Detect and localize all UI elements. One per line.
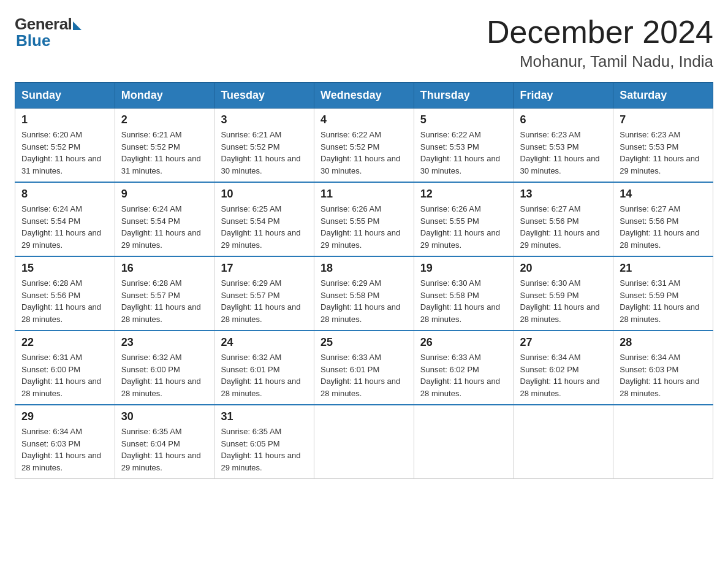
day-number: 6 <box>520 113 607 126</box>
weekday-header-tuesday: Tuesday <box>214 83 314 109</box>
day-info: Sunrise: 6:34 AMSunset: 6:02 PMDaylight:… <box>520 351 607 399</box>
week-row-5: 29Sunrise: 6:34 AMSunset: 6:03 PMDayligh… <box>15 405 713 479</box>
calendar-cell <box>414 405 514 479</box>
day-number: 13 <box>520 188 607 201</box>
weekday-header-friday: Friday <box>514 83 613 109</box>
day-info: Sunrise: 6:22 AMSunset: 5:53 PMDaylight:… <box>420 129 507 177</box>
day-number: 3 <box>221 113 308 126</box>
calendar-cell: 23Sunrise: 6:32 AMSunset: 6:00 PMDayligh… <box>115 331 214 405</box>
calendar-cell <box>514 405 613 479</box>
day-number: 18 <box>320 262 408 275</box>
day-number: 22 <box>21 336 108 349</box>
calendar-cell: 28Sunrise: 6:34 AMSunset: 6:03 PMDayligh… <box>613 331 713 405</box>
day-info: Sunrise: 6:33 AMSunset: 6:01 PMDaylight:… <box>320 351 408 399</box>
calendar-cell: 8Sunrise: 6:24 AMSunset: 5:54 PMDaylight… <box>15 182 115 256</box>
day-number: 11 <box>320 188 408 201</box>
calendar-cell: 14Sunrise: 6:27 AMSunset: 5:56 PMDayligh… <box>613 182 713 256</box>
weekday-header-saturday: Saturday <box>613 83 713 109</box>
day-info: Sunrise: 6:29 AMSunset: 5:58 PMDaylight:… <box>320 277 408 325</box>
calendar-cell: 3Sunrise: 6:21 AMSunset: 5:52 PMDaylight… <box>214 109 314 183</box>
day-number: 27 <box>520 336 607 349</box>
day-number: 26 <box>420 336 507 349</box>
calendar-cell: 31Sunrise: 6:35 AMSunset: 6:05 PMDayligh… <box>214 405 314 479</box>
calendar-cell: 29Sunrise: 6:34 AMSunset: 6:03 PMDayligh… <box>15 405 115 479</box>
day-info: Sunrise: 6:20 AMSunset: 5:52 PMDaylight:… <box>21 129 108 177</box>
calendar-cell <box>314 405 414 479</box>
day-info: Sunrise: 6:29 AMSunset: 5:57 PMDaylight:… <box>221 277 308 325</box>
day-number: 5 <box>420 113 507 126</box>
day-info: Sunrise: 6:31 AMSunset: 5:59 PMDaylight:… <box>620 277 707 325</box>
day-info: Sunrise: 6:26 AMSunset: 5:55 PMDaylight:… <box>320 203 408 251</box>
day-number: 29 <box>21 410 108 423</box>
calendar-cell: 21Sunrise: 6:31 AMSunset: 5:59 PMDayligh… <box>613 256 713 331</box>
calendar-cell: 22Sunrise: 6:31 AMSunset: 6:00 PMDayligh… <box>15 331 115 405</box>
weekday-header-row: SundayMondayTuesdayWednesdayThursdayFrid… <box>15 83 713 109</box>
day-number: 4 <box>320 113 408 126</box>
weekday-header-monday: Monday <box>115 83 214 109</box>
location-title: Mohanur, Tamil Nadu, India <box>487 52 713 71</box>
day-number: 19 <box>420 262 507 275</box>
calendar-cell: 5Sunrise: 6:22 AMSunset: 5:53 PMDaylight… <box>414 109 514 183</box>
day-info: Sunrise: 6:26 AMSunset: 5:55 PMDaylight:… <box>420 203 507 251</box>
day-number: 30 <box>121 410 208 423</box>
day-number: 14 <box>620 188 707 201</box>
weekday-header-sunday: Sunday <box>15 83 115 109</box>
day-info: Sunrise: 6:31 AMSunset: 6:00 PMDaylight:… <box>21 351 108 399</box>
calendar-cell: 15Sunrise: 6:28 AMSunset: 5:56 PMDayligh… <box>15 256 115 331</box>
weekday-header-thursday: Thursday <box>414 83 514 109</box>
day-number: 24 <box>221 336 308 349</box>
calendar-cell: 1Sunrise: 6:20 AMSunset: 5:52 PMDaylight… <box>15 109 115 183</box>
day-number: 1 <box>21 113 108 126</box>
month-title: December 2024 <box>487 15 713 50</box>
day-info: Sunrise: 6:28 AMSunset: 5:56 PMDaylight:… <box>21 277 108 325</box>
day-info: Sunrise: 6:24 AMSunset: 5:54 PMDaylight:… <box>21 203 108 251</box>
week-row-2: 8Sunrise: 6:24 AMSunset: 5:54 PMDaylight… <box>15 182 713 256</box>
calendar-cell: 9Sunrise: 6:24 AMSunset: 5:54 PMDaylight… <box>115 182 214 256</box>
day-info: Sunrise: 6:34 AMSunset: 6:03 PMDaylight:… <box>21 426 108 473</box>
calendar-cell: 4Sunrise: 6:22 AMSunset: 5:52 PMDaylight… <box>314 109 414 183</box>
logo-blue-text: Blue <box>15 31 50 50</box>
day-info: Sunrise: 6:35 AMSunset: 6:05 PMDaylight:… <box>221 426 308 473</box>
day-info: Sunrise: 6:21 AMSunset: 5:52 PMDaylight:… <box>221 129 308 177</box>
day-number: 2 <box>121 113 208 126</box>
weekday-header-wednesday: Wednesday <box>314 83 414 109</box>
calendar-cell: 12Sunrise: 6:26 AMSunset: 5:55 PMDayligh… <box>414 182 514 256</box>
logo-arrow-icon <box>73 21 82 30</box>
calendar-cell <box>613 405 713 479</box>
logo: General Blue <box>15 15 82 50</box>
day-info: Sunrise: 6:33 AMSunset: 6:02 PMDaylight:… <box>420 351 507 399</box>
day-info: Sunrise: 6:22 AMSunset: 5:52 PMDaylight:… <box>320 129 408 177</box>
day-number: 25 <box>320 336 408 349</box>
calendar-table: SundayMondayTuesdayWednesdayThursdayFrid… <box>15 82 713 479</box>
day-number: 12 <box>420 188 507 201</box>
page-header: General Blue December 2024 Mohanur, Tami… <box>15 15 713 71</box>
day-number: 31 <box>221 410 308 423</box>
day-info: Sunrise: 6:32 AMSunset: 6:00 PMDaylight:… <box>121 351 208 399</box>
day-number: 7 <box>620 113 707 126</box>
week-row-4: 22Sunrise: 6:31 AMSunset: 6:00 PMDayligh… <box>15 331 713 405</box>
calendar-cell: 11Sunrise: 6:26 AMSunset: 5:55 PMDayligh… <box>314 182 414 256</box>
day-number: 21 <box>620 262 707 275</box>
calendar-cell: 13Sunrise: 6:27 AMSunset: 5:56 PMDayligh… <box>514 182 613 256</box>
calendar-cell: 20Sunrise: 6:30 AMSunset: 5:59 PMDayligh… <box>514 256 613 331</box>
calendar-cell: 2Sunrise: 6:21 AMSunset: 5:52 PMDaylight… <box>115 109 214 183</box>
calendar-cell: 6Sunrise: 6:23 AMSunset: 5:53 PMDaylight… <box>514 109 613 183</box>
calendar-cell: 16Sunrise: 6:28 AMSunset: 5:57 PMDayligh… <box>115 256 214 331</box>
calendar-cell: 24Sunrise: 6:32 AMSunset: 6:01 PMDayligh… <box>214 331 314 405</box>
calendar-cell: 26Sunrise: 6:33 AMSunset: 6:02 PMDayligh… <box>414 331 514 405</box>
day-info: Sunrise: 6:35 AMSunset: 6:04 PMDaylight:… <box>121 426 208 473</box>
day-number: 9 <box>121 188 208 201</box>
day-number: 28 <box>620 336 707 349</box>
calendar-cell: 17Sunrise: 6:29 AMSunset: 5:57 PMDayligh… <box>214 256 314 331</box>
day-number: 16 <box>121 262 208 275</box>
week-row-1: 1Sunrise: 6:20 AMSunset: 5:52 PMDaylight… <box>15 109 713 183</box>
calendar-cell: 30Sunrise: 6:35 AMSunset: 6:04 PMDayligh… <box>115 405 214 479</box>
title-block: December 2024 Mohanur, Tamil Nadu, India <box>487 15 713 71</box>
day-info: Sunrise: 6:28 AMSunset: 5:57 PMDaylight:… <box>121 277 208 325</box>
day-info: Sunrise: 6:27 AMSunset: 5:56 PMDaylight:… <box>620 203 707 251</box>
day-info: Sunrise: 6:25 AMSunset: 5:54 PMDaylight:… <box>221 203 308 251</box>
day-number: 20 <box>520 262 607 275</box>
day-info: Sunrise: 6:30 AMSunset: 5:59 PMDaylight:… <box>520 277 607 325</box>
week-row-3: 15Sunrise: 6:28 AMSunset: 5:56 PMDayligh… <box>15 256 713 331</box>
day-number: 8 <box>21 188 108 201</box>
